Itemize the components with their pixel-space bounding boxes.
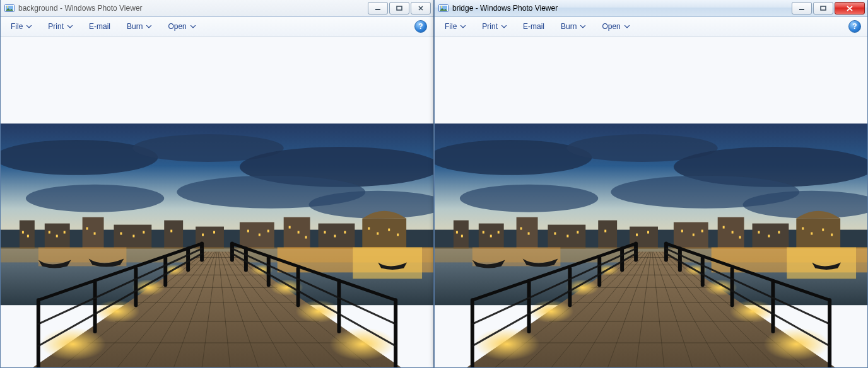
svg-rect-4	[397, 6, 402, 10]
menubar: File Print E-mail Burn Open ?	[435, 17, 867, 37]
chevron-down-icon	[625, 25, 630, 28]
minimize-button[interactable]	[368, 2, 388, 14]
menu-open[interactable]: Open	[164, 20, 199, 33]
menubar: File Print E-mail Burn Open ?	[1, 17, 433, 37]
svg-rect-110	[548, 225, 585, 249]
menu-burn[interactable]: Burn	[557, 20, 589, 33]
svg-rect-121	[498, 231, 500, 234]
chevron-down-icon	[580, 25, 585, 28]
photo-viewer-window-left: background - Windows Photo Viewer File P…	[0, 0, 434, 368]
svg-rect-35	[202, 234, 204, 236]
svg-rect-17	[114, 225, 151, 249]
svg-rect-39	[267, 230, 269, 233]
svg-rect-142	[831, 234, 833, 236]
svg-rect-21	[284, 217, 310, 249]
svg-rect-118	[461, 235, 463, 238]
menu-open-label: Open	[168, 22, 186, 31]
menu-email-label: E-mail	[89, 22, 110, 31]
svg-rect-128	[636, 234, 638, 236]
menu-file[interactable]: File	[7, 20, 35, 33]
svg-rect-109	[517, 217, 538, 249]
minimize-button[interactable]	[792, 2, 812, 14]
chevron-down-icon	[191, 25, 196, 28]
svg-rect-46	[368, 227, 370, 230]
svg-rect-29	[86, 227, 88, 230]
chevron-down-icon	[67, 25, 73, 28]
menu-print[interactable]: Print	[44, 20, 76, 33]
window-controls	[367, 2, 431, 14]
svg-rect-135	[739, 236, 741, 239]
close-button[interactable]	[411, 2, 431, 14]
svg-rect-123	[528, 233, 530, 235]
chevron-down-icon	[146, 25, 151, 28]
svg-rect-126	[577, 231, 578, 234]
svg-rect-125	[566, 235, 568, 238]
svg-rect-127	[604, 230, 606, 233]
close-button[interactable]	[835, 2, 865, 14]
svg-rect-132	[701, 230, 703, 233]
svg-rect-42	[305, 236, 307, 239]
svg-rect-32	[132, 235, 134, 238]
svg-rect-34	[170, 230, 172, 233]
svg-rect-30	[94, 233, 96, 235]
svg-rect-120	[490, 235, 492, 238]
svg-rect-122	[520, 227, 522, 230]
menu-email-label: E-mail	[523, 22, 544, 31]
svg-point-6	[1, 140, 158, 175]
svg-rect-14	[20, 221, 35, 249]
svg-rect-124	[554, 233, 556, 235]
svg-rect-107	[454, 221, 469, 249]
displayed-image	[435, 124, 867, 367]
svg-rect-23	[362, 219, 406, 249]
menu-print-label: Print	[48, 22, 64, 31]
menu-open[interactable]: Open	[598, 20, 633, 33]
svg-rect-136	[758, 231, 760, 234]
chevron-down-icon	[460, 25, 466, 28]
svg-rect-115	[753, 224, 789, 249]
svg-rect-18	[164, 221, 183, 249]
svg-point-95	[441, 6, 443, 8]
help-icon: ?	[852, 22, 857, 31]
titlebar[interactable]: bridge - Windows Photo Viewer	[435, 0, 867, 17]
menu-email[interactable]: E-mail	[519, 20, 548, 33]
menu-file-label: File	[11, 22, 23, 31]
svg-rect-119	[483, 231, 484, 234]
menu-file[interactable]: File	[441, 20, 469, 33]
svg-rect-41	[298, 231, 300, 234]
svg-rect-40	[289, 226, 291, 229]
svg-rect-52	[353, 247, 422, 279]
titlebar[interactable]: background - Windows Photo Viewer	[1, 0, 433, 17]
maximize-button[interactable]	[813, 2, 833, 14]
svg-rect-37	[247, 230, 249, 233]
svg-rect-131	[693, 234, 695, 236]
menu-print[interactable]: Print	[478, 20, 510, 33]
viewer-content	[1, 37, 433, 367]
svg-point-103	[460, 185, 598, 212]
menu-burn[interactable]: Burn	[123, 20, 155, 33]
svg-rect-16	[83, 217, 104, 249]
svg-rect-145	[787, 247, 856, 279]
menu-email[interactable]: E-mail	[85, 20, 114, 33]
svg-rect-137	[768, 235, 770, 238]
svg-rect-97	[821, 6, 826, 10]
svg-rect-47	[377, 233, 378, 235]
svg-rect-26	[49, 231, 50, 234]
help-button[interactable]: ?	[848, 20, 861, 33]
maximize-button[interactable]	[389, 2, 409, 14]
svg-rect-116	[796, 219, 840, 249]
viewer-content	[435, 37, 867, 367]
chevron-down-icon	[26, 25, 32, 28]
svg-rect-141	[822, 229, 824, 231]
svg-rect-139	[802, 227, 804, 230]
svg-rect-27	[56, 235, 58, 238]
help-button[interactable]: ?	[414, 20, 427, 33]
svg-rect-134	[732, 231, 734, 234]
svg-rect-25	[27, 235, 29, 238]
svg-rect-129	[647, 231, 649, 234]
svg-rect-31	[120, 233, 122, 235]
svg-rect-38	[259, 234, 261, 236]
desktop: background - Windows Photo Viewer File P…	[0, 0, 868, 368]
svg-rect-28	[64, 231, 66, 234]
svg-rect-49	[397, 234, 399, 236]
menu-open-label: Open	[602, 22, 620, 31]
